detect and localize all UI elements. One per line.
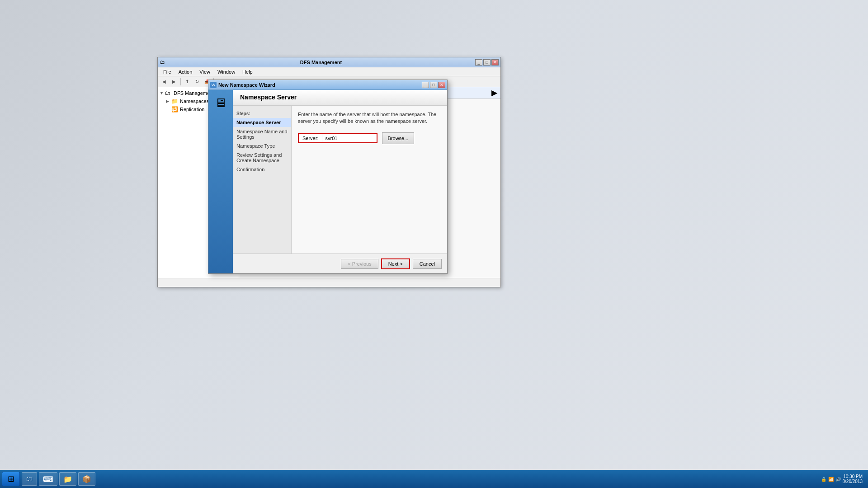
files-icon: 📁 [63,475,72,483]
wizard-titlebar: W New Namespace Wizard _ □ ✕ [208,80,447,90]
step-namespace-server: Namespace Server [233,118,291,127]
tray-icon-2: 📶 [828,477,834,482]
wizard-description: Enter the name of the server that will h… [298,111,441,125]
toolbar-sep1 [180,78,181,85]
start-icon: ⊞ [8,474,14,484]
wizard-controls: _ □ ✕ [422,82,445,88]
taskbar: ⊞ 🗂 ⌨ 📁 📦 🔒 📶 🔊 10:30 PM 8/20/2013 [0,470,868,488]
step-namespace-name: Namespace Name and Settings [233,127,291,141]
dfs-window-controls: _ □ ✕ [475,59,499,66]
wizard-title-icon: W [210,82,217,88]
menu-view[interactable]: View [196,68,214,75]
previous-button[interactable]: < Previous [341,259,378,269]
taskbar-app-archive[interactable]: 📦 [78,472,95,486]
taskbar-app-explorer[interactable]: 🗂 [22,472,37,486]
server-input-field[interactable] [322,134,377,142]
replication-icon: 🔁 [171,106,179,113]
expand-arrow-rep [166,107,170,112]
wizard-form-area: Enter the name of the server that will h… [292,106,447,253]
explorer-icon: 🗂 [26,475,33,483]
browse-button[interactable]: Browse... [382,132,415,144]
wizard-header-title: Namespace Server [240,94,440,101]
start-button[interactable]: ⊞ [2,472,20,486]
server-label: Server: [299,134,322,142]
dfs-menu-bar: File Action View Window Help [158,67,500,76]
dfs-close-button[interactable]: ✕ [491,59,499,66]
wizard-close-button[interactable]: ✕ [438,82,445,88]
wizard-footer: < Previous Next > Cancel [233,253,447,273]
step-confirmation: Confirmation [233,165,291,174]
tray-clock: 10:30 PM 8/20/2013 [843,474,863,484]
menu-window[interactable]: Window [214,68,239,75]
dfs-folder-icon: 🗂 [165,90,172,96]
toolbar-refresh-button[interactable]: ↻ [193,78,202,86]
wizard-right-panel: Namespace Server Steps: Namespace Server… [233,90,447,273]
archive-icon: 📦 [82,475,91,483]
dfs-window-title: DFS Management [167,60,475,65]
wizard-maximize-button[interactable]: □ [430,82,437,88]
server-form-group: Server: Browse... [298,132,441,144]
cancel-button[interactable]: Cancel [413,259,442,269]
server-input-group: Server: [298,133,377,143]
taskbar-app-files[interactable]: 📁 [59,472,76,486]
toolbar-forward-button[interactable]: ▶ [170,78,179,86]
tray-icon-1: 🔒 [821,477,826,482]
toolbar-up-button[interactable]: ⬆ [183,78,192,86]
tray-time-value: 10:30 PM [843,474,863,479]
dfs-minimize-button[interactable]: _ [475,59,482,66]
tray-date-value: 8/20/2013 [843,479,863,484]
expand-arrow-ns: ▶ [166,99,170,103]
wizard-left-icon: 🖥 [212,94,230,112]
step-review-settings: Review Settings and Create Namespace [233,150,291,165]
dfs-maximize-button[interactable]: □ [483,59,491,66]
next-button[interactable]: Next > [381,258,410,269]
wizard-body: 🖥 Namespace Server Steps: Namespace Serv… [208,90,447,273]
namespaces-icon: 📁 [171,98,179,104]
cmd-icon: ⌨ [43,475,53,483]
new-namespace-wizard: W New Namespace Wizard _ □ ✕ 🖥 Namespace… [208,80,448,274]
expand-arrow-dfs: ▼ [160,91,164,95]
taskbar-app-cmd[interactable]: ⌨ [39,472,57,486]
wizard-left-panel: 🖥 [208,90,233,273]
dfs-status-bar [158,278,500,287]
wizard-header: Namespace Server [233,90,447,106]
wizard-title-text: New Namespace Wizard [218,82,422,88]
system-tray: 🔒 📶 🔊 10:30 PM 8/20/2013 [817,474,867,484]
wizard-minimize-button[interactable]: _ [422,82,429,88]
menu-file[interactable]: File [160,68,175,75]
toolbar-back-button[interactable]: ◀ [160,78,169,86]
step-namespace-type: Namespace Type [233,141,291,150]
tray-icon-3: 🔊 [835,477,841,482]
dfs-titlebar: 🗂 DFS Management _ □ ✕ [158,57,500,67]
wizard-steps-panel: Steps: Namespace Server Namespace Name a… [233,106,292,253]
sidebar-label-namespaces: Namespaces [180,99,209,104]
sidebar-label-replication: Replication [180,107,204,112]
menu-help[interactable]: Help [239,68,256,75]
steps-label: Steps: [233,109,291,118]
menu-action[interactable]: Action [175,68,196,75]
